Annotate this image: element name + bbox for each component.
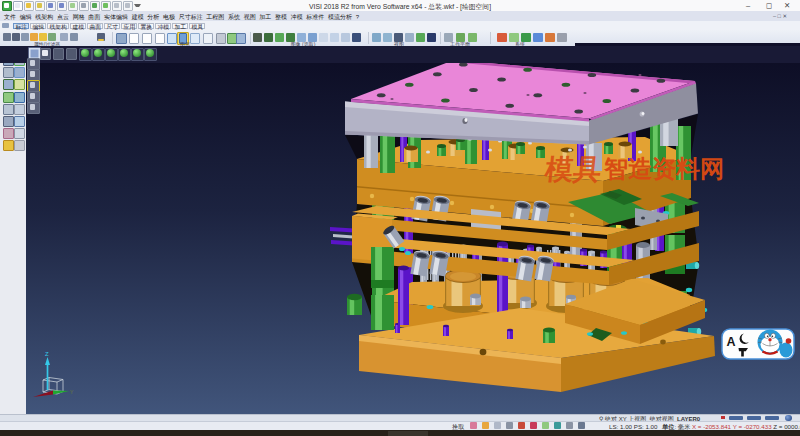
svg-text:Z: Z <box>45 351 49 357</box>
svg-text:模具: 模具 <box>543 154 603 185</box>
svg-text:A: A <box>727 335 736 349</box>
svg-text:智造资料网: 智造资料网 <box>603 155 724 182</box>
